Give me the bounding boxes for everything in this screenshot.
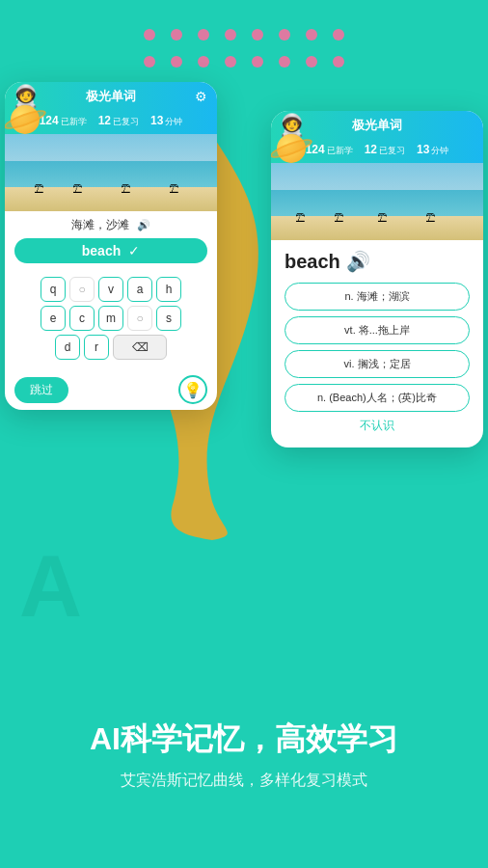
- word-text: beach: [285, 251, 340, 273]
- key-v[interactable]: v: [98, 277, 123, 302]
- bottom-text-section: AI科学记忆，高效学习 艾宾浩斯记忆曲线，多样化复习模式: [0, 719, 488, 791]
- stat-new: 124 已新学: [40, 114, 87, 128]
- key-q[interactable]: q: [41, 277, 66, 302]
- word-english-display: beach 🔊: [285, 250, 470, 273]
- dot: [198, 56, 209, 68]
- word-area-left: 海滩，沙滩 🔊 beach ✓: [5, 211, 217, 275]
- dot: [306, 29, 317, 41]
- stat-time-label: 分钟: [165, 116, 182, 128]
- key-row-1: q ○ v a h: [11, 277, 211, 302]
- dot: [252, 56, 263, 68]
- stat-review-label-r: 已复习: [379, 145, 405, 157]
- beach-image-right: ⛱ ⛱ ⛱ ⛱: [271, 163, 483, 240]
- stat-new-r: 124 已新学: [306, 143, 353, 157]
- keyboard: q ○ v a h e c m ○ s d r ⌫: [5, 275, 217, 369]
- dot: [171, 29, 182, 41]
- planet-icon-right: [277, 134, 306, 163]
- key-row-2: e c m ○ s: [11, 306, 211, 331]
- sound-icon-left[interactable]: 🔊: [137, 219, 150, 231]
- stat-new-label: 已新学: [61, 116, 87, 128]
- key-r[interactable]: r: [84, 335, 109, 360]
- app-title-left: 极光单词: [30, 88, 192, 105]
- umbrella-r2: ⛱: [334, 212, 343, 223]
- answer-bar: beach ✓: [14, 238, 207, 263]
- dots-row-1: [0, 29, 488, 41]
- umbrella-r1: ⛱: [295, 212, 305, 223]
- word-area-right: beach 🔊 n. 海滩；湖滨 vt. 将...拖上岸 vi. 搁浅；定居 n…: [271, 240, 483, 448]
- dot: [252, 29, 263, 41]
- key-circle-1[interactable]: ○: [69, 277, 95, 302]
- option-1[interactable]: n. 海滩；湖滨: [285, 283, 470, 311]
- umbrella-4: ⛱: [169, 183, 178, 194]
- option-2[interactable]: vt. 将...拖上岸: [285, 316, 470, 344]
- umbrella-3: ⛱: [121, 183, 130, 194]
- dot: [333, 56, 344, 68]
- umbrella-2: ⛱: [72, 183, 82, 194]
- right-card: 🧑‍🚀 ＜ 极光单词 124 已新学 12 已复习 13 分钟 ⛱ ⛱ ⛱ ⛱: [271, 111, 483, 448]
- key-m[interactable]: m: [98, 306, 123, 331]
- dots-row-2: [0, 56, 488, 68]
- dot: [171, 56, 182, 68]
- dot: [279, 29, 290, 41]
- dot: [198, 29, 209, 41]
- dot: [144, 56, 155, 68]
- dot: [333, 29, 344, 41]
- backspace-key[interactable]: ⌫: [113, 335, 167, 360]
- bottom-bar-left: 跳过 💡: [5, 369, 217, 410]
- stat-time-num-r: 13: [417, 143, 429, 156]
- dot: [144, 29, 155, 41]
- check-icon: ✓: [128, 243, 140, 258]
- stat-time-num: 13: [150, 114, 163, 127]
- stat-time-label-r: 分钟: [431, 145, 448, 157]
- stat-time-r: 13 分钟: [417, 143, 448, 157]
- key-h[interactable]: h: [156, 277, 181, 302]
- gear-icon[interactable]: ⚙: [192, 89, 207, 104]
- sound-icon-right[interactable]: 🔊: [346, 250, 370, 273]
- key-a[interactable]: a: [127, 277, 152, 302]
- key-d[interactable]: d: [55, 335, 80, 360]
- key-c[interactable]: c: [69, 306, 95, 331]
- app-title-right: 极光单词: [296, 117, 458, 134]
- key-e[interactable]: e: [41, 306, 66, 331]
- planet-icon: [11, 105, 40, 134]
- key-row-3: d r ⌫: [11, 335, 211, 360]
- dot: [279, 56, 290, 68]
- chinese-meaning: 海滩，沙滩 🔊: [14, 217, 207, 233]
- key-circle-2[interactable]: ○: [127, 306, 152, 331]
- stat-review: 12 已复习: [98, 114, 139, 128]
- option-3[interactable]: vi. 搁浅；定居: [285, 350, 470, 378]
- left-card: 🧑‍🚀 ✕ 极光单词 ⚙ 124 已新学 12 已复习 13 分钟 ⛱ ⛱ ⛱ …: [5, 82, 217, 410]
- beach-image-left: ⛱ ⛱ ⛱ ⛱: [5, 134, 217, 211]
- umbrella-1: ⛱: [34, 183, 43, 194]
- hint-button[interactable]: 💡: [178, 375, 207, 404]
- option-4[interactable]: n. (Beach)人名；(英)比奇: [285, 384, 470, 412]
- dot: [225, 56, 236, 68]
- umbrella-r3: ⛱: [377, 212, 387, 223]
- dot: [306, 56, 317, 68]
- dont-know-button[interactable]: 不认识: [285, 418, 470, 442]
- decorative-letter-a: A: [19, 537, 82, 637]
- answer-text: beach: [82, 243, 121, 258]
- key-s[interactable]: s: [156, 306, 181, 331]
- stat-review-num: 12: [98, 114, 111, 127]
- main-title: AI科学记忆，高效学习: [0, 719, 488, 761]
- dot: [225, 29, 236, 41]
- stat-review-r: 12 已复习: [365, 143, 405, 157]
- stat-time: 13 分钟: [150, 114, 182, 128]
- stat-review-num-r: 12: [365, 143, 377, 156]
- stat-review-label: 已复习: [113, 116, 139, 128]
- stat-new-label-r: 已新学: [327, 145, 353, 157]
- skip-button[interactable]: 跳过: [14, 377, 68, 403]
- main-subtitle: 艾宾浩斯记忆曲线，多样化复习模式: [0, 771, 488, 791]
- umbrella-r4: ⛱: [425, 212, 435, 223]
